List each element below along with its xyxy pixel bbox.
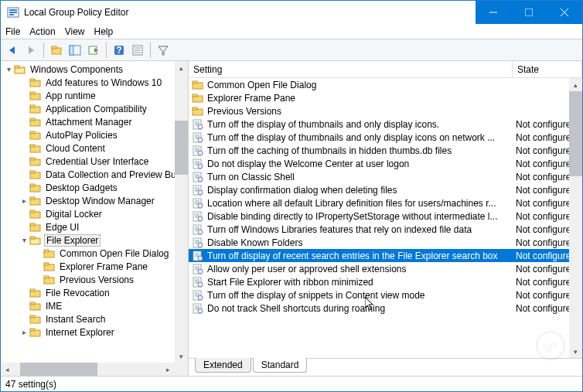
scroll-left-button[interactable]: ◂ [1, 363, 14, 376]
menu-view[interactable]: View [65, 26, 85, 37]
folder-icon [192, 106, 204, 117]
list-row[interactable]: Turn off the display of thumbnails and o… [189, 118, 582, 131]
properties-button[interactable] [129, 42, 146, 59]
list-row[interactable]: Start File Explorer with ribbon minimize… [189, 275, 582, 288]
tree-label: Application Compatibility [44, 104, 148, 114]
menu-action[interactable]: Action [29, 26, 55, 37]
svg-rect-5 [525, 9, 533, 16]
up-button[interactable] [48, 42, 65, 59]
list-row[interactable]: Turn off the caching of thumbnails in hi… [189, 144, 582, 157]
scroll-down-button[interactable]: ▾ [569, 345, 582, 358]
list-row[interactable]: Common Open File Dialog [189, 78, 582, 91]
svg-point-112 [198, 216, 203, 221]
filter-button[interactable] [155, 42, 172, 59]
caret-icon[interactable]: ▾ [19, 236, 29, 244]
column-setting[interactable]: Setting [189, 61, 513, 77]
setting-label: Disable Known Folders [207, 237, 302, 248]
tree-scrollbar-h[interactable]: ◂ ▸ [1, 363, 175, 376]
tree-item[interactable]: ▸Internet Explorer [1, 326, 188, 339]
caret-icon[interactable]: ▸ [19, 196, 29, 205]
list-row[interactable]: Do not track Shell shortcuts during roam… [189, 302, 582, 315]
policy-icon [192, 303, 204, 314]
setting-label: Turn on Classic Shell [207, 172, 295, 182]
list-row[interactable]: Turn off Windows Libraries features that… [189, 223, 582, 236]
policy-icon [192, 132, 204, 143]
back-button[interactable] [4, 42, 21, 59]
svg-point-142 [198, 295, 203, 300]
tree-item[interactable]: File Revocation [1, 286, 188, 299]
settings-list[interactable]: Setting State Common Open File DialogExp… [189, 61, 582, 359]
list-row[interactable]: Do not display the Welcome Center at use… [189, 157, 582, 170]
scroll-up-button[interactable]: ▴ [175, 61, 188, 74]
show-hide-tree-button[interactable] [66, 42, 84, 59]
list-row[interactable]: Explorer Frame Pane [189, 91, 582, 104]
list-row[interactable]: Previous Versions [189, 104, 582, 118]
list-row[interactable]: Disable Known FoldersNot configured [189, 236, 582, 249]
tree-item[interactable]: Add features to Windows 10 [1, 76, 188, 89]
close-button[interactable] [547, 1, 582, 24]
tree-item[interactable]: Attachment Manager [1, 115, 188, 128]
minimize-button[interactable] [476, 1, 511, 24]
svg-point-127 [198, 256, 203, 261]
tree-label: Add features to Windows 10 [44, 77, 163, 88]
tree-item[interactable]: IME [1, 299, 188, 312]
scroll-thumb-h[interactable] [20, 363, 97, 376]
svg-point-97 [198, 177, 203, 182]
tree-pane[interactable]: ▾Windows ComponentsAdd features to Windo… [1, 61, 189, 376]
menu-file[interactable]: File [5, 26, 20, 37]
tree-scrollbar-v[interactable]: ▴ ▾ [175, 61, 188, 363]
scroll-thumb-v[interactable] [569, 91, 582, 176]
svg-point-92 [198, 164, 203, 169]
tree-item[interactable]: Data Collection and Preview Bu [1, 168, 188, 181]
list-row[interactable]: Turn off display of recent search entrie… [189, 249, 582, 262]
tree-item[interactable]: App runtime [1, 89, 188, 102]
caret-icon[interactable]: ▾ [4, 65, 13, 73]
tree-item[interactable]: Credential User Interface [1, 155, 188, 168]
tree-label: Previous Versions [58, 274, 135, 285]
scroll-right-button[interactable]: ▸ [162, 363, 175, 376]
scroll-thumb-v[interactable] [175, 121, 188, 175]
tree-item[interactable]: Application Compatibility [1, 102, 188, 115]
policy-icon [192, 159, 204, 169]
tree-item[interactable]: ▾Windows Components [1, 63, 188, 76]
tree-item[interactable]: ▸Desktop Window Manager [1, 194, 188, 207]
folder-icon [43, 261, 56, 272]
svg-rect-29 [30, 92, 35, 94]
list-row[interactable]: Turn off the display of snippets in Cont… [189, 288, 582, 302]
list-scrollbar-v[interactable]: ▴ ▾ [569, 78, 582, 358]
tab-standard[interactable]: Standard [253, 358, 308, 373]
list-row[interactable]: Turn off the display of thumbnails and o… [189, 131, 582, 144]
maximize-button[interactable] [511, 1, 547, 24]
list-row[interactable]: Display confirmation dialog when deletin… [189, 183, 582, 196]
tree-item[interactable]: Digital Locker [1, 207, 188, 220]
tab-extended[interactable]: Extended [195, 358, 251, 373]
setting-label: Turn off Windows Libraries features that… [207, 224, 472, 235]
svg-rect-24 [15, 66, 19, 68]
tree-label: Credential User Interface [44, 156, 150, 167]
tree-item[interactable]: Common Open File Dialog [1, 247, 188, 260]
export-button[interactable] [85, 42, 102, 59]
tree-item[interactable]: Edge UI [1, 220, 188, 233]
tree-label: Edge UI [44, 222, 80, 233]
menu-help[interactable]: Help [94, 26, 114, 37]
tree-item[interactable]: Previous Versions [1, 273, 188, 286]
list-row[interactable]: Location where all default Library defin… [189, 196, 582, 210]
tree-label: Desktop Window Manager [44, 196, 156, 206]
policy-icon [192, 277, 204, 288]
tree-item[interactable]: Instant Search [1, 312, 188, 326]
tree-item[interactable]: Explorer Frame Pane [1, 260, 188, 273]
tree-item[interactable]: ▾File Explorer [1, 233, 188, 247]
tree-item[interactable]: Cloud Content [1, 141, 188, 155]
tree-item[interactable]: AutoPlay Policies [1, 128, 188, 141]
list-row[interactable]: Disable binding directly to IPropertySet… [189, 210, 582, 223]
tree-item[interactable]: Desktop Gadgets [1, 181, 188, 194]
list-row[interactable]: Turn on Classic ShellNot configured [189, 170, 582, 183]
window-title: Local Group Policy Editor [24, 7, 476, 18]
list-row[interactable]: Allow only per user or approved shell ex… [189, 262, 582, 275]
caret-icon[interactable]: ▸ [19, 328, 29, 336]
scroll-down-button[interactable]: ▾ [175, 349, 188, 363]
scroll-up-button[interactable]: ▴ [569, 78, 582, 91]
help-button[interactable]: ? [111, 42, 128, 59]
column-state[interactable]: State [513, 61, 582, 77]
forward-button[interactable] [22, 42, 39, 59]
